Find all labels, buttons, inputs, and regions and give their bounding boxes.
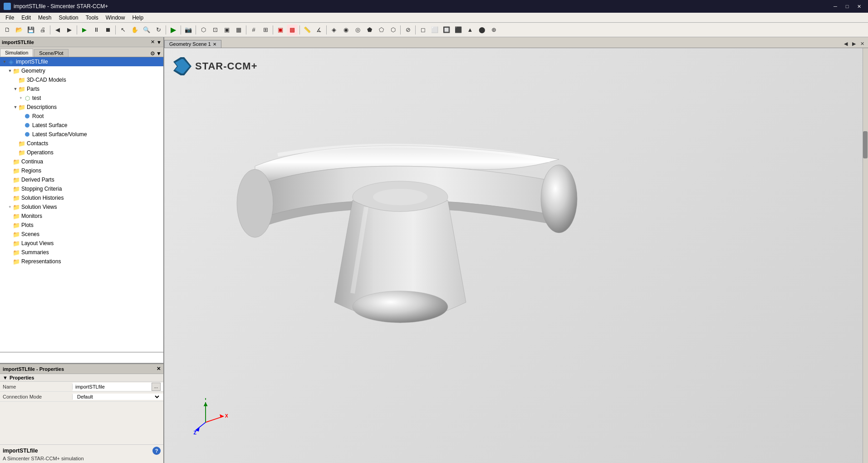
expander-descriptions[interactable]: ▼ xyxy=(13,104,18,110)
tree-node-solution-histories[interactable]: 📁 Solution Histories xyxy=(0,193,163,202)
toolbar-print[interactable]: 🖨 xyxy=(37,25,48,35)
toolbar-measure[interactable]: 📏 xyxy=(302,25,313,35)
toolbar-light2[interactable]: ◉ xyxy=(340,25,351,35)
menu-mesh[interactable]: Mesh xyxy=(34,14,55,22)
expander-parts[interactable]: ▼ xyxy=(13,86,18,92)
tree-config-icon[interactable]: ⚙ xyxy=(150,50,155,57)
tree-node-derived-parts[interactable]: 📁 Derived Parts xyxy=(0,175,163,184)
viewport: Geometry Scene 1 ✕ ◀ ▶ ✕ STAR-CCM+ xyxy=(164,37,868,463)
tree-node-scenes[interactable]: 📁 Scenes xyxy=(0,230,163,239)
tree-node-representations[interactable]: 📁 Representations xyxy=(0,257,163,266)
tree-menu-icon[interactable]: ▼ xyxy=(156,50,162,57)
toolbar-view-top[interactable]: ⊡ xyxy=(210,25,221,35)
tree-node-monitors[interactable]: 📁 Monitors xyxy=(0,212,163,221)
viewport-arrows: ◀ ▶ ✕ xyxy=(842,40,868,48)
toolbar-play[interactable]: ▶ xyxy=(79,25,90,35)
toolbar-save[interactable]: 💾 xyxy=(25,25,36,35)
tree-node-desc-root[interactable]: Root xyxy=(0,112,163,121)
maximize-button[interactable]: □ xyxy=(842,2,853,11)
menu-window[interactable]: Window xyxy=(102,14,129,22)
tree-node-3dcad[interactable]: ▶ 📁 3D-CAD Models xyxy=(0,75,163,84)
toolbar-light1[interactable]: ◈ xyxy=(329,25,339,35)
menu-help[interactable]: Help xyxy=(128,14,147,22)
tree-node-geometry[interactable]: ▼ 📁 Geometry xyxy=(0,66,163,75)
toolbar-box5[interactable]: ▲ xyxy=(465,25,476,35)
toolbar-select-active[interactable]: ▩ xyxy=(287,25,298,35)
toolbar-box1[interactable]: ◻ xyxy=(417,25,428,35)
viewport-arrow-left[interactable]: ◀ xyxy=(842,40,849,48)
toolbar-angle[interactable]: ∡ xyxy=(314,25,324,35)
toolbar-render3[interactable]: ⬡ xyxy=(387,25,398,35)
viewport-scrollbar[interactable] xyxy=(863,48,868,463)
expander-geometry[interactable]: ▼ xyxy=(7,68,13,74)
toolbar-camera[interactable]: 📷 xyxy=(183,25,194,35)
left-panel-settings[interactable]: ▼ xyxy=(157,39,162,45)
expander-root[interactable]: ▼ xyxy=(2,59,7,64)
toolbar-zoom[interactable]: 🔍 xyxy=(141,25,152,35)
tree-node-test[interactable]: + ⬡ test xyxy=(0,94,163,103)
toolbar-view-front[interactable]: ▣ xyxy=(221,25,232,35)
toolbar-cursor[interactable]: ↖ xyxy=(118,25,128,35)
toolbar-stop[interactable]: ⏹ xyxy=(103,25,113,35)
viewport-tab-close[interactable]: ✕ xyxy=(213,42,216,47)
tree-node-stopping-criteria[interactable]: 📁 Stopping Criteria xyxy=(0,184,163,193)
tree-node-latest-surface-volume[interactable]: Latest Surface/Volume xyxy=(0,130,163,139)
toolbar-run[interactable]: ▶ xyxy=(168,25,179,35)
viewport-arrow-close[interactable]: ✕ xyxy=(858,40,866,48)
toolbar-box4[interactable]: ⬛ xyxy=(453,25,464,35)
toolbar-forward[interactable]: ▶ xyxy=(64,25,75,35)
tree-node-operations[interactable]: 📁 Operations xyxy=(0,148,163,157)
toolbar-line[interactable]: ⊘ xyxy=(402,25,413,35)
viewport-arrow-right[interactable]: ▶ xyxy=(850,40,858,48)
toolbar-new[interactable]: 🗋 xyxy=(2,25,13,35)
expander-solution-views[interactable]: + xyxy=(7,204,13,210)
toolbar-table[interactable]: ⊞ xyxy=(260,25,271,35)
toolbar-view-side[interactable]: ▦ xyxy=(233,25,244,35)
tab-simulation[interactable]: Simulation xyxy=(0,49,33,57)
toolbar-back[interactable]: ◀ xyxy=(52,25,63,35)
close-button[interactable]: ✕ xyxy=(853,2,864,11)
toolbar-box3[interactable]: 🔲 xyxy=(441,25,452,35)
viewport-tab-geometry-scene[interactable]: Geometry Scene 1 ✕ xyxy=(164,40,221,48)
tree-node-parts[interactable]: ▼ 📁 Parts xyxy=(0,84,163,94)
tree-node-layout-views[interactable]: 📁 Layout Views xyxy=(0,239,163,248)
toolbar-rotate[interactable]: ↻ xyxy=(153,25,164,35)
toolbar-pan[interactable]: ✋ xyxy=(129,25,140,35)
properties-close-button[interactable]: ✕ xyxy=(157,366,161,372)
expander-test[interactable]: + xyxy=(18,95,24,101)
scrollbar-thumb[interactable] xyxy=(863,131,868,158)
toolbar-box6[interactable]: ⬤ xyxy=(476,25,487,35)
tree-node-descriptions[interactable]: ▼ 📁 Descriptions xyxy=(0,103,163,112)
tree-node-latest-surface[interactable]: Latest Surface xyxy=(0,121,163,130)
prop-dropdown-connection[interactable]: Default xyxy=(75,394,161,400)
scene-area[interactable]: STAR-CCM+ xyxy=(164,48,868,463)
menu-tools[interactable]: Tools xyxy=(82,14,102,22)
toolbar-open[interactable]: 📂 xyxy=(14,25,25,35)
toolbar-box7[interactable]: ⊕ xyxy=(488,25,499,35)
help-icon[interactable]: ? xyxy=(152,447,161,455)
toolbar-view-iso[interactable]: ⬡ xyxy=(198,25,209,35)
toolbar-box2[interactable]: ⬜ xyxy=(429,25,440,35)
tab-scene-plot[interactable]: Scene/Plot xyxy=(34,49,68,57)
tree-node-contacts[interactable]: 📁 Contacts xyxy=(0,139,163,148)
toolbar-grid[interactable]: # xyxy=(248,25,259,35)
tree-node-continua[interactable]: 📁 Continua xyxy=(0,157,163,166)
section-expander[interactable]: ▼ xyxy=(3,375,8,380)
menu-file[interactable]: File xyxy=(2,14,18,22)
toolbar-light3[interactable]: ◎ xyxy=(352,25,363,35)
tree-node-summaries[interactable]: 📁 Summaries xyxy=(0,248,163,257)
menu-solution[interactable]: Solution xyxy=(55,14,82,22)
toolbar-render1[interactable]: ⬟ xyxy=(364,25,375,35)
minimize-button[interactable]: ─ xyxy=(830,2,841,11)
tree-node-root[interactable]: ▼ ◈ importSTLfile xyxy=(0,57,163,66)
prop-browse-name[interactable]: ... xyxy=(152,383,161,391)
menu-edit[interactable]: Edit xyxy=(18,14,34,22)
search-input[interactable] xyxy=(0,353,163,363)
toolbar-select-box[interactable]: ▣ xyxy=(275,25,286,35)
left-panel-close[interactable]: ✕ xyxy=(151,39,155,45)
toolbar-pause[interactable]: ⏸ xyxy=(91,25,102,35)
toolbar-render2[interactable]: ⬠ xyxy=(376,25,387,35)
tree-node-plots[interactable]: 📁 Plots xyxy=(0,221,163,230)
tree-node-regions[interactable]: 📁 Regions xyxy=(0,166,163,175)
tree-node-solution-views[interactable]: + 📁 Solution Views xyxy=(0,202,163,212)
